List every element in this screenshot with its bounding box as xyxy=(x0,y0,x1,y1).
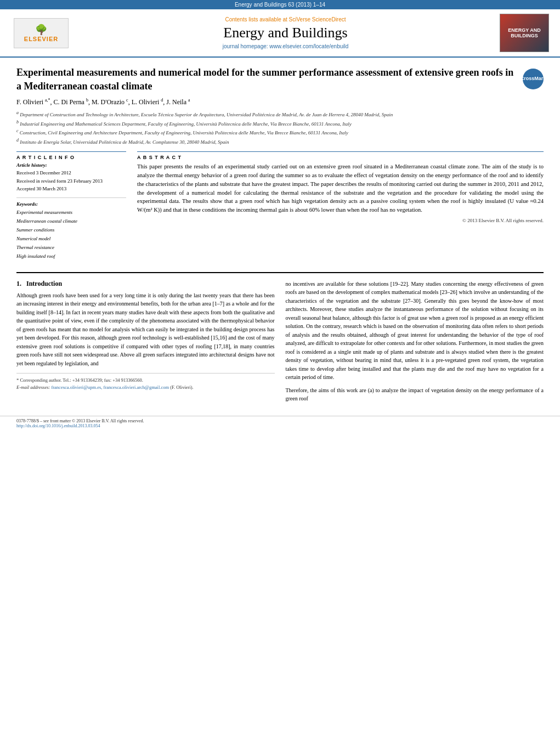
received-date-2: Received in revised form 23 February 201… xyxy=(16,177,126,185)
authors-line: F. Olivieri a,*, C. Di Perna b, M. D'Ora… xyxy=(16,98,544,106)
article-title-section: Experimental measurements and numerical … xyxy=(16,66,544,93)
crossmark-label: CrossMark xyxy=(521,76,546,82)
section1-title: Introduction xyxy=(26,280,62,287)
article-info-abstract: A R T I C L E I N F O Article history: R… xyxy=(16,151,544,265)
intro-paragraph-1: Although green roofs have been used for … xyxy=(16,291,275,368)
journal-info-bar: Energy and Buildings 63 (2013) 1–14 xyxy=(0,0,560,9)
journal-homepage[interactable]: journal homepage: www.elsevier.com/locat… xyxy=(82,43,489,49)
body-text-columns: 1. Introduction Although green roofs hav… xyxy=(16,280,544,408)
affiliation-a: a Department of Construction and Technol… xyxy=(16,110,544,119)
keyword-2: Mediterranean coastal climate xyxy=(16,217,126,225)
info-divider xyxy=(16,197,126,198)
email-addresses[interactable]: francesca.olivieri@upm.es, francesca.oli… xyxy=(51,384,169,390)
body-col-left: 1. Introduction Although green roofs hav… xyxy=(16,280,275,408)
keywords-section: Keywords: Experimental measurements Medi… xyxy=(16,201,126,261)
keywords-label: Keywords: xyxy=(16,201,126,207)
email-label: E-mail addresses: xyxy=(16,384,50,390)
elsevier-logo-box: 🌳 ELSEVIER xyxy=(14,18,69,48)
sciverse-name[interactable]: SciVerse ScienceDirect xyxy=(289,16,346,22)
crossmark-badge[interactable]: CrossMark xyxy=(523,69,544,89)
keyword-5: Thermal resistance xyxy=(16,243,126,252)
article-info-box: A R T I C L E I N F O Article history: R… xyxy=(16,151,126,265)
email-footnote: E-mail addresses: francesca.olivieri@upm… xyxy=(16,384,275,391)
main-content: Experimental measurements and numerical … xyxy=(0,58,560,416)
journal-volume-info: Energy and Buildings 63 (2013) 1–14 xyxy=(235,2,325,8)
elsevier-logo: 🌳 ELSEVIER xyxy=(11,18,71,48)
copyright-line: © 2013 Elsevier B.V. All rights reserved… xyxy=(137,218,544,223)
affiliation-b: b Industrial Engineering and Mathematica… xyxy=(16,119,544,128)
footer-doi[interactable]: http://dx.doi.org/10.1016/j.enbuild.2013… xyxy=(16,423,544,428)
elsevier-wordmark: ELSEVIER xyxy=(24,36,58,42)
footnotes: * Corresponding author. Tel.: +34 913364… xyxy=(16,373,275,391)
section1-number: 1. xyxy=(16,280,21,287)
article-history: Article history: Received 3 December 201… xyxy=(16,162,126,193)
crossmark-circle: CrossMark xyxy=(523,69,544,89)
abstract-text: This paper presents the results of an ex… xyxy=(137,162,544,214)
body-col-right: no incentives are available for these so… xyxy=(286,280,544,408)
author-4-sup: d xyxy=(161,98,163,103)
keyword-4: Numerical model xyxy=(16,234,126,243)
received-date-1: Received 3 December 2012 xyxy=(16,169,126,177)
journal-brand-text: ENERGY AND BUILDINGS xyxy=(502,27,546,38)
sciverse-link[interactable]: Contents lists available at SciVerse Sci… xyxy=(82,16,489,22)
affiliations: a Department of Construction and Technol… xyxy=(16,110,544,146)
journal-title: Energy and Buildings xyxy=(82,25,489,41)
affiliation-d: d Instituto de Energía Solar, Universida… xyxy=(16,137,544,146)
keyword-3: Summer conditions xyxy=(16,225,126,234)
article-info-title: A R T I C L E I N F O xyxy=(16,155,126,160)
keyword-1: Experimental measurements xyxy=(16,208,126,217)
author-5-sup: a xyxy=(188,98,190,103)
accepted-date: Accepted 30 March 2013 xyxy=(16,185,126,193)
journal-center-info: Contents lists available at SciVerse Sci… xyxy=(71,16,500,49)
author-1-sup: a,* xyxy=(45,98,50,103)
keywords-list: Experimental measurements Mediterranean … xyxy=(16,208,126,261)
corresponding-footnote: * Corresponding author. Tel.: +34 913364… xyxy=(16,377,275,384)
history-label: Article history: xyxy=(16,162,126,168)
page-footer: 0378-7788/$ – see front matter © 2013 El… xyxy=(0,416,560,431)
affiliation-c: c Construction, Civil Engineering and Ar… xyxy=(16,128,544,137)
article-title: Experimental measurements and numerical … xyxy=(16,66,523,93)
contents-text: Contents lists available at xyxy=(225,16,289,22)
journal-header: 🌳 ELSEVIER Contents lists available at S… xyxy=(0,9,560,58)
keyword-6: High insulated roof xyxy=(16,252,126,261)
abstract-box: A B S T R A C T This paper presents the … xyxy=(137,151,544,265)
journal-brand-logo: ENERGY AND BUILDINGS xyxy=(500,14,549,52)
body-divider xyxy=(16,272,544,273)
intro-paragraph-2: no incentives are available for these so… xyxy=(286,280,544,382)
section1-heading: 1. Introduction xyxy=(16,280,275,288)
intro-paragraph-3: Therefore, the aims of this work are (a)… xyxy=(286,386,544,403)
email-author-note: (F. Olivieri). xyxy=(170,384,194,390)
author-2-sup: b xyxy=(86,98,88,103)
author-1: F. Olivieri a,*, C. Di Perna b, M. D'Ora… xyxy=(16,98,190,106)
elsevier-tree-icon: 🌳 xyxy=(35,24,47,36)
author-3-sup: c xyxy=(126,98,128,103)
footer-issn: 0378-7788/$ – see front matter © 2013 El… xyxy=(16,418,544,423)
abstract-title: A B S T R A C T xyxy=(137,155,544,160)
